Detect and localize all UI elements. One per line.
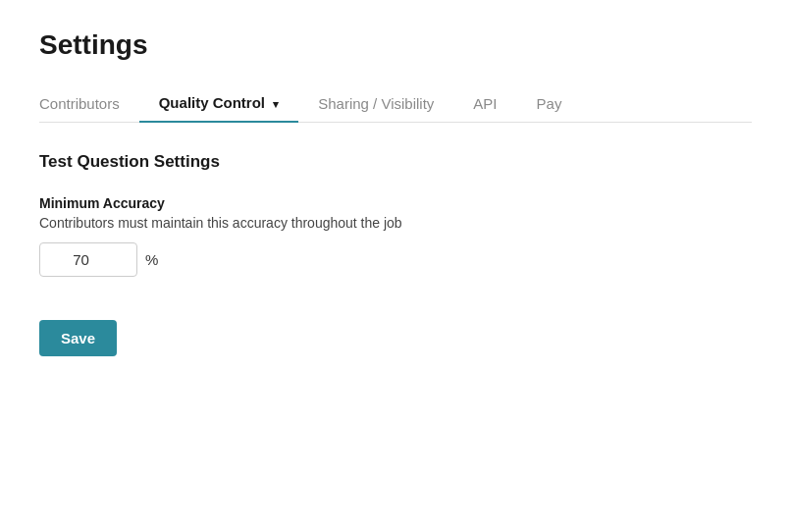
minimum-accuracy-field-group: Minimum Accuracy Contributors must maint… <box>39 195 752 277</box>
tab-contributors[interactable]: Contributors <box>39 85 139 122</box>
tab-api[interactable]: API <box>453 85 516 122</box>
tab-pay[interactable]: Pay <box>517 85 582 122</box>
tab-quality-control[interactable]: Quality Control ▾ <box>139 84 299 123</box>
tab-sharing-visibility[interactable]: Sharing / Visibility <box>298 85 453 122</box>
tabs-navigation: Contributors Quality Control ▾ Sharing /… <box>39 84 752 123</box>
accuracy-input-row: % <box>39 242 752 277</box>
percent-symbol: % <box>145 251 158 268</box>
minimum-accuracy-input[interactable] <box>39 242 137 277</box>
minimum-accuracy-label: Minimum Accuracy <box>39 195 752 211</box>
test-question-settings-section: Test Question Settings Minimum Accuracy … <box>39 152 752 356</box>
minimum-accuracy-description: Contributors must maintain this accuracy… <box>39 215 752 231</box>
section-title: Test Question Settings <box>39 152 752 172</box>
page-title: Settings <box>39 29 752 61</box>
dropdown-arrow-icon: ▾ <box>273 98 279 111</box>
save-button[interactable]: Save <box>39 320 117 356</box>
